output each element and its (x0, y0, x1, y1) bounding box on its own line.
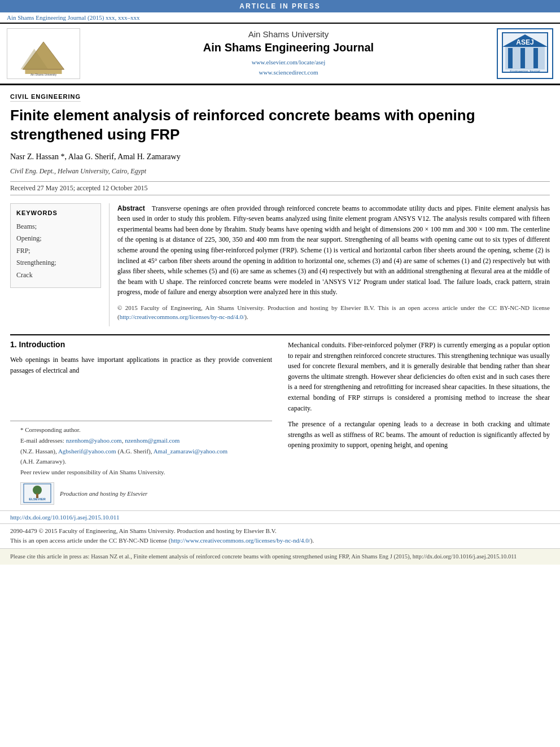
university-logo-left: Ain Shams University (7, 28, 80, 79)
list-item: FRP; (16, 245, 95, 257)
abstract-text: Abstract Transverse openings are often p… (117, 203, 550, 298)
footer-license-text: This is an open access article under the… (10, 537, 170, 544)
email-line: E-mail addresses: nzenhom@yahoo.com, nze… (20, 435, 272, 446)
svg-rect-9 (533, 48, 538, 68)
elsevier-footer: ELSEVIER Production and hosting by Elsev… (20, 482, 272, 505)
main-left-column: 1. Introduction Web openings in beams ha… (10, 340, 280, 510)
elsevier-link[interactable]: www.elsevier.com/locate/asej (87, 58, 490, 68)
svg-rect-8 (520, 48, 525, 68)
copyright-text: © 2015 Faculty of Engineering, Ain Shams… (117, 304, 550, 321)
svg-text:Ain Shams University: Ain Shams University (30, 73, 57, 76)
keywords-abstract-section: KEYWORDS Beams; Opening; FRP; Strengthen… (10, 203, 550, 326)
authors-text: Nasr Z. Hassan *, Alaa G. Sherif, Amal H… (10, 152, 181, 161)
footer-issn: 2090-4479 © 2015 Faculty of Engineering,… (10, 526, 550, 536)
pyramid-svg-icon: Ain Shams University (18, 40, 69, 76)
svg-rect-7 (508, 48, 513, 68)
intro-heading: 1. Introduction (10, 340, 272, 349)
right-column: Abstract Transverse openings are often p… (109, 203, 550, 326)
abstract-label: Abstract (117, 204, 145, 212)
email-label: E-mail addresses: (20, 437, 64, 444)
main-body-section: 1. Introduction Web openings in beams ha… (10, 334, 550, 510)
svg-text:Engineering Journal: Engineering Journal (510, 69, 540, 73)
affiliation: Civil Eng. Dept., Helwan University, Cai… (10, 167, 550, 176)
list-item: Beams; (16, 221, 95, 233)
footnote-area: * Corresponding author. E-mail addresses… (10, 421, 272, 477)
received-line: Received 27 May 2015; accepted 12 Octobe… (10, 181, 550, 195)
license-link[interactable]: http://creativecommons.org/licenses/by-n… (120, 313, 245, 320)
doi-link[interactable]: http://dx.doi.org/10.1016/j.asej.2015.10… (10, 514, 119, 521)
abstract-body: Transverse openings are often provided t… (117, 204, 550, 296)
keyword-list: Beams; Opening; FRP; Strengthening; Crac… (16, 221, 95, 282)
journal-link[interactable]: Ain Shams Engineering Journal (2015) xxx… (7, 14, 140, 21)
left-column: KEYWORDS Beams; Opening; FRP; Strengthen… (10, 203, 109, 326)
email-name-1: (N.Z. Hassan), Agbsherif@yahoo.com (A.G.… (20, 446, 272, 457)
article-in-press-banner: ARTICLE IN PRESS (0, 0, 560, 12)
content-area: CIVIL ENGINEERING Finite element analysi… (0, 85, 560, 510)
email-link-3[interactable]: Agbsherif@yahoo.com (58, 448, 116, 455)
abstract-copyright: © 2015 Faculty of Engineering, Ain Shams… (117, 303, 550, 322)
journal-title-header: Ain Shams Engineering Journal (87, 41, 490, 54)
keywords-box: KEYWORDS Beams; Opening; FRP; Strengthen… (10, 203, 101, 288)
elsevier-production-text: Production and hosting by Elsevier (60, 490, 147, 497)
doi-bar: http://dx.doi.org/10.1016/j.asej.2015.10… (0, 510, 560, 523)
email-link-1[interactable]: nzenhom@yahoo.com (66, 437, 122, 444)
intro-right-text: Mechanical conduits. Fiber-reinforced po… (288, 340, 550, 413)
elsevier-logo-svg: ELSEVIER (23, 483, 51, 503)
keywords-title: KEYWORDS (16, 209, 95, 216)
journal-link-bar: Ain Shams Engineering Journal (2015) xxx… (0, 12, 560, 23)
list-item: Strengthening; (16, 257, 95, 269)
journal-header-center: Ain Shams University Ain Shams Engineeri… (87, 29, 490, 77)
authors-line: Nasr Z. Hassan *, Alaa G. Sherif, Amal H… (10, 152, 550, 161)
asej-logo-svg: ASEJ Engineering Journal (500, 30, 550, 75)
footer-info-bar: 2090-4479 © 2015 Faculty of Engineering,… (0, 523, 560, 548)
svg-point-14 (33, 486, 42, 495)
university-name: Ain Shams University (87, 29, 490, 39)
svg-text:ASEJ: ASEJ (516, 38, 533, 46)
footnote-section: * Corresponding author. E-mail addresses… (10, 421, 272, 504)
journal-links: www.elsevier.com/locate/asej www.science… (87, 58, 490, 77)
main-right-column: Mechanical conduits. Fiber-reinforced po… (280, 340, 550, 510)
list-item: Crack (16, 269, 95, 282)
citation-text: Please cite this article in press as: Ha… (10, 553, 517, 560)
footer-license: This is an open access article under the… (10, 536, 550, 546)
email-name-4: (A.H. Zamarawy). (20, 456, 272, 467)
footer-license-close: ). (310, 537, 314, 544)
elsevier-logo: ELSEVIER (20, 482, 54, 505)
svg-text:ELSEVIER: ELSEVIER (29, 497, 46, 501)
email-link-2[interactable]: nzenhom@gmail.com (125, 437, 180, 444)
section-label: CIVIL ENGINEERING (10, 93, 81, 102)
email-name-3-text: (A.G. Sherif), (117, 448, 152, 455)
asej-logo-right: ASEJ Engineering Journal (497, 28, 553, 79)
paper-title: Finite element analysis of reinforced co… (10, 106, 550, 145)
intro-left-text: Web openings in beams have important app… (10, 355, 272, 375)
intro-right-text-2: The presence of a rectangular opening le… (288, 419, 550, 451)
email-name-1-text: (N.Z. Hassan), (20, 448, 57, 455)
email-link-4[interactable]: Amal_zamarawi@yahoo.com (154, 448, 228, 455)
citation-bar: Please cite this article in press as: Ha… (0, 548, 560, 565)
sciencedirect-link[interactable]: www.sciencedirect.com (87, 68, 490, 78)
journal-header: Ain Shams University Ain Shams Universit… (0, 23, 560, 85)
corresponding-author-note: * Corresponding author. (20, 425, 272, 435)
footer-license-link[interactable]: http://www.creativecommons.org/licenses/… (170, 537, 310, 544)
list-item: Opening; (16, 233, 95, 245)
peer-review-note: Peer review under responsibility of Ain … (20, 467, 272, 478)
